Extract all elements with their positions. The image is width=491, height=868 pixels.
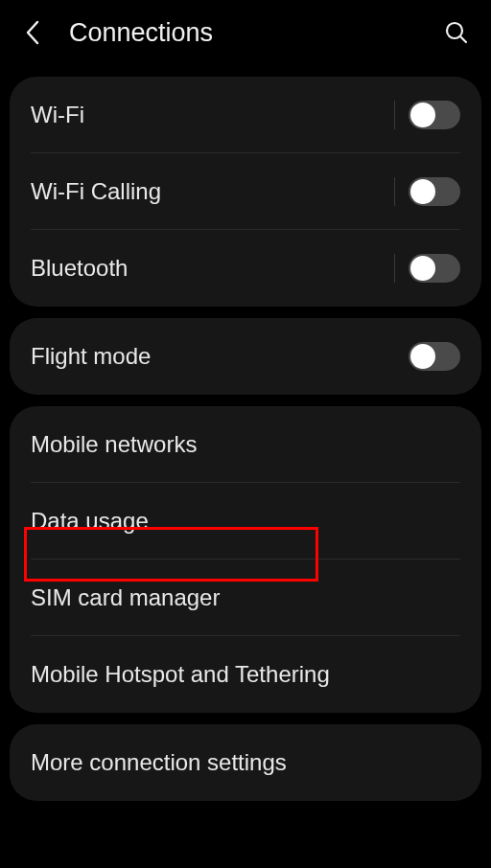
divider bbox=[394, 254, 395, 283]
data-usage-label: Data usage bbox=[31, 508, 460, 535]
flight-mode-toggle[interactable] bbox=[409, 342, 460, 371]
row-more-settings[interactable]: More connection settings bbox=[10, 724, 481, 801]
wifi-label: Wi-Fi bbox=[31, 102, 394, 128]
bluetooth-label: Bluetooth bbox=[31, 255, 394, 282]
flight-mode-label: Flight mode bbox=[31, 343, 409, 370]
row-wifi-calling[interactable]: Wi-Fi Calling bbox=[10, 153, 481, 230]
wifi-calling-label: Wi-Fi Calling bbox=[31, 178, 394, 205]
section-mobile: Mobile networks Data usage SIM card mana… bbox=[10, 406, 481, 713]
search-icon bbox=[444, 20, 469, 45]
back-button[interactable] bbox=[19, 19, 46, 46]
sim-manager-label: SIM card manager bbox=[31, 584, 460, 611]
hotspot-label: Mobile Hotspot and Tethering bbox=[31, 661, 460, 688]
divider bbox=[394, 101, 395, 129]
row-wifi[interactable]: Wi-Fi bbox=[10, 77, 481, 153]
section-more: More connection settings bbox=[10, 724, 481, 801]
toggle-knob bbox=[410, 179, 435, 204]
header: Connections bbox=[0, 0, 491, 65]
toggle-knob bbox=[410, 103, 435, 127]
chevron-left-icon bbox=[25, 20, 40, 45]
section-wireless: Wi-Fi Wi-Fi Calling Bluetooth bbox=[10, 77, 481, 307]
row-mobile-networks[interactable]: Mobile networks bbox=[10, 406, 481, 483]
wifi-toggle[interactable] bbox=[409, 101, 460, 129]
toggle-knob bbox=[410, 256, 435, 281]
divider bbox=[394, 177, 395, 206]
search-button[interactable] bbox=[441, 17, 472, 48]
mobile-networks-label: Mobile networks bbox=[31, 431, 460, 458]
row-flight-mode[interactable]: Flight mode bbox=[10, 318, 481, 395]
page-title: Connections bbox=[69, 18, 213, 48]
row-bluetooth[interactable]: Bluetooth bbox=[10, 230, 481, 307]
toggle-knob bbox=[410, 344, 435, 369]
more-settings-label: More connection settings bbox=[31, 749, 460, 776]
bluetooth-toggle[interactable] bbox=[409, 254, 460, 283]
wifi-calling-toggle[interactable] bbox=[409, 177, 460, 206]
row-sim-manager[interactable]: SIM card manager bbox=[10, 560, 481, 636]
section-flight: Flight mode bbox=[10, 318, 481, 395]
row-hotspot[interactable]: Mobile Hotspot and Tethering bbox=[10, 636, 481, 713]
row-data-usage[interactable]: Data usage bbox=[10, 483, 481, 560]
